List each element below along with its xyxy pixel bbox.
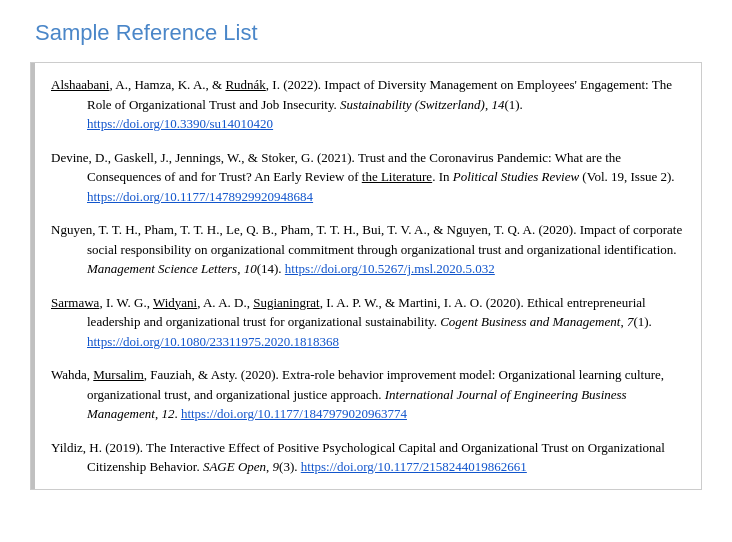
reference-item: Wahda, Mursalim, Fauziah, & Asty. (2020)… [51, 365, 685, 424]
reference-item: Yildiz, H. (2019). The Interactive Effec… [51, 438, 685, 477]
reference-item: Devine, D., Gaskell, J., Jennings, W., &… [51, 148, 685, 207]
reference-item: Alshaabani, A., Hamza, K. A., & Rudnák, … [51, 75, 685, 134]
left-border-bar [31, 63, 35, 489]
reference-container: Alshaabani, A., Hamza, K. A., & Rudnák, … [30, 62, 702, 490]
reference-list: Alshaabani, A., Hamza, K. A., & Rudnák, … [51, 75, 685, 477]
reference-item: Nguyen, T. T. H., Pham, T. T. H., Le, Q.… [51, 220, 685, 279]
reference-item: Sarmawa, I. W. G., Widyani, A. A. D., Su… [51, 293, 685, 352]
page-title: Sample Reference List [30, 20, 702, 46]
